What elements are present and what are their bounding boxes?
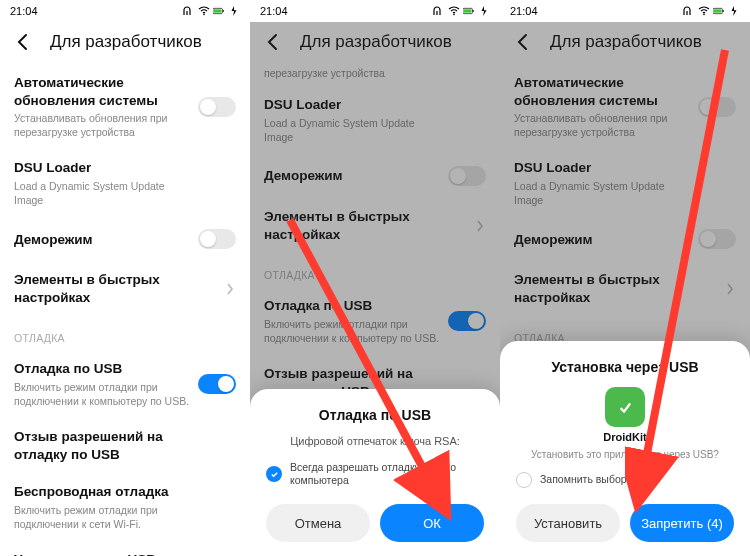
screen-3: 21:04 Для разработчиков Автоматические о… <box>500 0 750 556</box>
content-layer: Для разработчиков перезагрузке устройств… <box>250 22 500 556</box>
chevron-right-icon <box>726 283 734 295</box>
back-arrow-icon[interactable] <box>14 33 32 51</box>
row-title: Установка через USB <box>14 551 196 556</box>
chevron-right-icon <box>226 283 234 295</box>
row-quick-tiles[interactable]: Элементы в быстрых настройках <box>0 261 250 316</box>
charge-icon <box>478 6 490 16</box>
row-auto-update[interactable]: Автоматические обновления системы Устана… <box>500 64 750 149</box>
row-quick-tiles[interactable]: Элементы в быстрых настройках <box>250 198 500 253</box>
wifi-icon <box>448 6 460 16</box>
deny-button[interactable]: Запретить (4) <box>630 504 734 542</box>
header: Для разработчиков <box>500 22 750 64</box>
svg-point-9 <box>703 14 705 16</box>
svg-rect-11 <box>714 9 721 12</box>
row-title: DSU Loader <box>514 159 696 177</box>
back-arrow-icon[interactable] <box>514 33 532 51</box>
app-icon <box>605 387 645 427</box>
row-dsu[interactable]: DSU Loader Load a Dynamic System Update … <box>0 149 250 217</box>
row-auto-update[interactable]: Автоматические обновления системы Устана… <box>0 64 250 149</box>
toggle-demo[interactable] <box>198 229 236 249</box>
toggle-demo[interactable] <box>448 166 486 186</box>
row-subtitle: Включить режим отладки при подключении к… <box>14 380 196 408</box>
row-demo[interactable]: Деморежим <box>250 154 500 198</box>
row-subtitle: Включить режим отладки при подключении к… <box>14 503 196 531</box>
row-subtitle: Устанавливать обновления при перезагрузк… <box>514 111 696 139</box>
row-title: Элементы в быстрых настройках <box>14 271 196 306</box>
row-demo[interactable]: Деморежим <box>500 217 750 261</box>
row-title: Автоматические обновления системы <box>514 74 696 109</box>
wifi-icon <box>198 6 210 16</box>
screen-1: 21:04 Для разработчиков Автоматические о… <box>0 0 250 556</box>
install-button[interactable]: Установить <box>516 504 620 542</box>
check-row-remember[interactable]: Запомнить выбор <box>516 472 734 488</box>
page-title: Для разработчиков <box>300 32 452 52</box>
header: Для разработчиков <box>250 22 500 64</box>
row-wireless[interactable]: Беспроводная отладка Включить режим отла… <box>0 473 250 541</box>
svg-rect-6 <box>464 9 471 12</box>
row-subtitle: Load a Dynamic System Update Image <box>264 116 446 144</box>
page-title: Для разработчиков <box>550 32 702 52</box>
status-time: 21:04 <box>510 5 538 17</box>
nfc-icon <box>683 6 695 16</box>
check-row-always-allow[interactable]: Всегда разрешать отладку с этого компьют… <box>266 461 484 488</box>
check-label: Запомнить выбор <box>540 473 627 487</box>
dialog-text: Цифровой отпечаток ключа RSA: <box>266 435 484 447</box>
dialog-buttons: Установить Запретить (4) <box>516 504 734 542</box>
row-title: Отладка по USB <box>14 360 196 378</box>
row-usb-debug[interactable]: Отладка по USB Включить режим отладки пр… <box>250 287 500 355</box>
checkbox-icon <box>516 472 532 488</box>
row-revoke[interactable]: Отзыв разрешений на отладку по USB <box>0 418 250 473</box>
row-usb-debug[interactable]: Отладка по USB Включить режим отладки пр… <box>0 350 250 418</box>
battery-icon <box>463 6 475 16</box>
row-subtitle: Устанавливать обновления при перезагрузк… <box>14 111 196 139</box>
section-label-debug: ОТЛАДКА <box>250 253 500 287</box>
dialog-title: Установка через USB <box>516 359 734 375</box>
toggle-auto-update[interactable] <box>198 97 236 117</box>
toggle-usb-debug[interactable] <box>448 311 486 331</box>
checkbox-icon <box>266 466 282 482</box>
svg-rect-12 <box>723 10 724 12</box>
svg-rect-2 <box>214 9 221 12</box>
wifi-icon <box>698 6 710 16</box>
svg-point-0 <box>203 14 205 16</box>
row-subtitle: Load a Dynamic System Update Image <box>14 179 196 207</box>
row-title: Беспроводная отладка <box>14 483 196 501</box>
row-title: DSU Loader <box>264 96 446 114</box>
status-icons <box>433 6 490 16</box>
row-title: Автоматические обновления системы <box>14 74 196 109</box>
row-subtitle: Load a Dynamic System Update Image <box>514 179 696 207</box>
toggle-usb-debug[interactable] <box>198 374 236 394</box>
status-icons <box>183 6 240 16</box>
status-bar: 21:04 <box>0 0 250 22</box>
row-quick-tiles[interactable]: Элементы в быстрых настройках <box>500 261 750 316</box>
nfc-icon <box>433 6 445 16</box>
app-name: DroidKit <box>516 431 734 443</box>
svg-point-4 <box>453 14 455 16</box>
row-subtitle-fragment: перезагрузке устройства <box>250 66 500 86</box>
back-arrow-icon[interactable] <box>264 33 282 51</box>
nfc-icon <box>183 6 195 16</box>
row-title: Элементы в быстрых настройках <box>264 208 446 243</box>
row-dsu[interactable]: DSU Loader Load a Dynamic System Update … <box>500 149 750 217</box>
screen-2: 21:04 Для разработчиков перезагрузке уст… <box>250 0 500 556</box>
page-title: Для разработчиков <box>50 32 202 52</box>
cancel-button[interactable]: Отмена <box>266 504 370 542</box>
row-title: DSU Loader <box>14 159 196 177</box>
toggle-demo[interactable] <box>698 229 736 249</box>
svg-rect-3 <box>223 10 224 12</box>
row-title: Элементы в быстрых настройках <box>514 271 696 306</box>
row-title: Деморежим <box>514 231 696 249</box>
toggle-auto-update[interactable] <box>698 97 736 117</box>
status-bar: 21:04 <box>500 0 750 22</box>
ok-button[interactable]: ОК <box>380 504 484 542</box>
row-dsu[interactable]: DSU Loader Load a Dynamic System Update … <box>250 86 500 154</box>
app-block: DroidKit Установить это приложение через… <box>516 387 734 460</box>
header: Для разработчиков <box>0 22 250 64</box>
row-title: Деморежим <box>14 231 196 249</box>
row-demo[interactable]: Деморежим <box>0 217 250 261</box>
status-time: 21:04 <box>260 5 288 17</box>
row-title: Отзыв разрешений на отладку по USB <box>14 428 196 463</box>
status-bar: 21:04 <box>250 0 500 22</box>
svg-rect-13 <box>617 399 634 416</box>
row-install-usb[interactable]: Установка через USB Разрешить установку … <box>0 541 250 556</box>
